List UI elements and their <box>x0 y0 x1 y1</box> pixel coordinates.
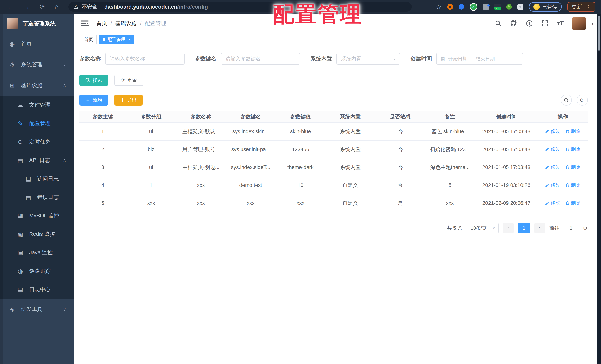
export-button[interactable]: ⬇ 导出 <box>114 95 142 106</box>
page-number-button[interactable]: 1 <box>518 223 530 233</box>
sidebar-item-file-management[interactable]: ☁文件管理 <box>0 96 74 114</box>
sidebar-item-home[interactable]: ◉首页 <box>0 34 74 54</box>
extension-pin-icon[interactable] <box>459 4 464 10</box>
table-cell: 主框架页-侧边... <box>176 158 226 176</box>
delete-row-link[interactable]: 删除 <box>565 146 581 152</box>
tab-home[interactable]: 首页 <box>80 35 97 44</box>
sidebar-item-log-center[interactable]: ▤日志中心 <box>0 280 74 299</box>
fullscreen-icon[interactable] <box>541 20 549 27</box>
filter-key-group: 参数键名 <box>195 53 300 65</box>
extension-check-icon[interactable]: ✓ <box>470 3 478 11</box>
delete-label: 删除 <box>571 182 581 188</box>
github-icon[interactable] <box>510 20 518 27</box>
search-icon[interactable] <box>495 20 502 27</box>
bookmark-star-icon[interactable]: ☆ <box>436 3 442 11</box>
sidebar-item-trace[interactable]: ◍链路追踪 <box>0 262 74 280</box>
paused-label: 已暂停 <box>542 3 557 10</box>
home-icon[interactable]: ⌂ <box>55 3 59 11</box>
prev-page-button[interactable]: ‹ <box>503 223 514 233</box>
extension-cn-icon[interactable]: cn <box>494 4 501 10</box>
edit-row-link[interactable]: 修改 <box>545 200 560 206</box>
update-label: 更新 <box>572 3 582 10</box>
delete-row-link[interactable]: 删除 <box>565 182 581 188</box>
edit-row-link[interactable]: 修改 <box>545 182 560 188</box>
filter-date-label: 创建时间 <box>411 55 432 62</box>
extensions-puzzle-icon[interactable] <box>517 4 523 10</box>
sidebar-item-label: 配置管理 <box>29 120 50 127</box>
table-row: 2biz用户管理-账号...sys.user.init-pa...123456系… <box>80 140 588 158</box>
delete-row-link[interactable]: 删除 <box>565 128 581 134</box>
table-cell: 深色主题theme... <box>425 158 475 176</box>
param-name-input[interactable] <box>105 53 185 65</box>
timer-icon: ⊙ <box>16 139 24 145</box>
delete-label: 删除 <box>571 200 581 206</box>
sidebar-item-access-log[interactable]: ▤访问日志 <box>0 170 74 188</box>
add-button[interactable]: ＋ 新增 <box>80 95 108 106</box>
close-tab-icon[interactable]: × <box>128 37 131 42</box>
edit-icon <box>545 183 550 187</box>
sidebar-collapse-icon[interactable] <box>80 20 89 27</box>
forward-icon[interactable]: → <box>23 3 30 11</box>
table-cell: ui <box>126 122 176 140</box>
reload-icon[interactable]: ⟳ <box>40 3 45 11</box>
param-key-input[interactable] <box>221 53 300 65</box>
sidebar-item-redis-monitor[interactable]: ▩Redis 监控 <box>0 225 74 243</box>
edit-row-link[interactable]: 修改 <box>545 128 560 134</box>
extension-gray-icon[interactable]: ◆ <box>483 4 489 10</box>
sidebar-item-scheduled-tasks[interactable]: ⊙定时任务 <box>0 133 74 151</box>
scrollbar-thumb[interactable] <box>598 16 600 51</box>
breadcrumb-item: 配置管理 <box>145 20 166 27</box>
sidebar-item-dev-tools[interactable]: ◈研发工具∨ <box>0 299 74 320</box>
page-scrollbar[interactable] <box>597 14 601 364</box>
system-builtin-select[interactable]: 系统内置 ∨ <box>336 53 400 65</box>
sidebar-logo-row[interactable]: 芋道管理系统 <box>0 14 74 34</box>
sidebar-item-config-management[interactable]: ✎配置管理 <box>0 114 74 133</box>
browser-update-button[interactable]: 更新 ⋮ <box>567 2 595 12</box>
sidebar-item-label: 错误日志 <box>37 193 59 201</box>
extension-ring-icon[interactable] <box>447 4 453 10</box>
refresh-table-button[interactable]: ⟳ <box>577 95 588 106</box>
delete-icon <box>565 165 570 169</box>
pagination: 共 5 条 10条/页 ∨ ‹ 1 › 前往 页 <box>80 223 588 233</box>
sidebar-item-error-log[interactable]: ▤错误日志 <box>0 188 74 206</box>
page-size-select[interactable]: 10条/页 ∨ <box>467 223 499 233</box>
user-avatar[interactable] <box>572 17 586 30</box>
table-cell: 123456 <box>276 140 326 158</box>
reset-button[interactable]: ⟳ 重置 <box>114 75 143 86</box>
menu-dots-icon[interactable]: ⋮ <box>586 4 591 10</box>
edit-row-link[interactable]: 修改 <box>545 146 560 152</box>
redis-icon: ▩ <box>16 231 24 238</box>
date-range-picker[interactable]: ▦ 开始日期 - 结束日期 <box>436 53 523 65</box>
sidebar-item-label: 研发工具 <box>21 305 42 313</box>
sidebar-item-mysql-monitor[interactable]: ▦MySQL 监控 <box>0 206 74 225</box>
table-header-row: 参数主键参数分组参数名称参数键名参数键值系统内置是否敏感备注创建时间操作 <box>80 111 588 122</box>
profile-paused-badge[interactable]: 已暂停 <box>529 2 562 12</box>
font-size-icon[interactable]: ᴛT <box>557 20 564 27</box>
back-icon[interactable]: ← <box>7 3 14 11</box>
table-cell: 1 <box>126 176 176 194</box>
user-caret-down-icon[interactable]: ▾ <box>591 21 594 26</box>
row-actions: 修改删除 <box>538 158 588 176</box>
table-row: 41xxxdemo.test10自定义否52021-01-19 03:10:26… <box>80 176 588 194</box>
sidebar-item-system-management[interactable]: ⚙系统管理∨ <box>0 54 74 75</box>
address-bar[interactable]: ⚠ 不安全 dashboard.yudao.iocoder.cn/infra/c… <box>68 2 412 12</box>
column-header: 备注 <box>425 111 475 122</box>
help-icon[interactable]: ? <box>526 20 533 27</box>
breadcrumb-item[interactable]: 首页 <box>96 20 107 27</box>
sidebar-item-java-monitor[interactable]: ▣Java 监控 <box>0 243 74 262</box>
sidebar-item-api-log[interactable]: ▤API 日志∧ <box>0 151 74 170</box>
sidebar: 芋道管理系统 ◉首页⚙系统管理∨⊞基础设施∧☁文件管理✎配置管理⊙定时任务▤AP… <box>0 14 74 364</box>
edit-row-link[interactable]: 修改 <box>545 164 560 170</box>
browser-toolbar-right: ☆ ✓ ◆ cn 已暂停 更新 ⋮ <box>436 2 595 12</box>
breadcrumb-item[interactable]: 基础设施 <box>115 20 137 27</box>
goto-page-input[interactable] <box>564 223 578 233</box>
tab-config-management[interactable]: 配置管理× <box>99 35 134 44</box>
toggle-search-button[interactable] <box>561 95 572 106</box>
next-page-button[interactable]: › <box>534 223 545 233</box>
sidebar-item-infrastructure[interactable]: ⊞基础设施∧ <box>0 75 74 96</box>
search-button[interactable]: 搜索 <box>80 75 108 86</box>
table-cell: xxx <box>276 194 326 212</box>
delete-row-link[interactable]: 删除 <box>565 164 581 170</box>
delete-row-link[interactable]: 删除 <box>565 200 581 206</box>
extension-sprout-icon[interactable] <box>506 4 512 10</box>
